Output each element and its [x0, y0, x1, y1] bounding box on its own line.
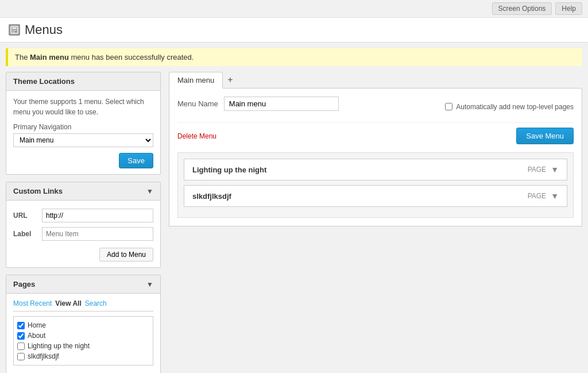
pages-tabs: Most Recent View All Search [13, 299, 153, 312]
add-menu-tab-button[interactable]: + [223, 72, 237, 87]
page-item-slkdf[interactable]: slkdfjlksdjf [17, 351, 149, 362]
custom-links-add-button[interactable]: Add to Menu [99, 248, 153, 262]
menu-item-type-1: PAGE [528, 166, 546, 174]
auto-add-row: Automatically add new top-level pages [445, 103, 574, 111]
custom-links-header: Custom Links ▼ [6, 182, 160, 201]
theme-locations-save-button[interactable]: Save [119, 153, 153, 168]
tab-most-recent[interactable]: Most Recent [13, 299, 52, 307]
top-bar: Screen Options Help [0, 0, 588, 18]
menu-item-expand-1[interactable]: ▼ [551, 165, 559, 174]
menu-item: Lighting up the night PAGE ▼ [184, 159, 567, 180]
custom-links-title: Custom Links [13, 187, 63, 195]
theme-locations-title: Theme Locations [13, 77, 75, 86]
menu-item-type-2: PAGE [528, 192, 546, 200]
pages-body: Most Recent View All Search Home About [6, 294, 160, 373]
menu-tabs-bar: Main menu + [169, 72, 582, 88]
page-title: Menus [25, 22, 63, 37]
page-icon [9, 24, 20, 36]
page-checkbox-lighting[interactable] [17, 343, 25, 350]
menu-item-right-2: PAGE ▼ [528, 191, 559, 201]
primary-nav-select[interactable]: Main menu [13, 133, 153, 147]
page-header: Menus [0, 18, 588, 43]
page-item-home[interactable]: Home [17, 320, 149, 330]
menu-name-input[interactable] [224, 97, 339, 111]
auto-add-checkbox[interactable] [445, 103, 452, 110]
tab-main-menu[interactable]: Main menu [169, 72, 223, 89]
pages-title: Pages [13, 280, 35, 289]
notice-text-after: menu has been successfully created. [69, 53, 194, 61]
menu-item: slkdfjlksdjf PAGE ▼ [184, 185, 567, 207]
page-item-about[interactable]: About [17, 330, 149, 341]
svg-rect-2 [12, 30, 17, 30]
pages-panel: Pages ▼ Most Recent View All Search Home [6, 275, 161, 373]
label-row: Label [13, 225, 153, 243]
screen-options-button[interactable]: Screen Options [492, 2, 552, 15]
menu-item-title-2: slkdfjlksdjf [192, 192, 231, 201]
svg-rect-1 [12, 28, 17, 29]
custom-links-panel: Custom Links ▼ URL Label Add to Menu [6, 182, 161, 268]
tab-view-all[interactable]: View All [55, 299, 81, 307]
menu-name-row: Menu Name [177, 97, 339, 111]
auto-add-label: Automatically add new top-level pages [456, 103, 574, 111]
page-item-lighting[interactable]: Lighting up the night [17, 341, 149, 351]
page-checkbox-slkdf[interactable] [17, 353, 25, 360]
page-label-slkdf: slkdfjlksdjf [28, 352, 59, 360]
notice-bold: Main menu [30, 53, 69, 61]
main-layout: Theme Locations Your theme supports 1 me… [0, 66, 588, 373]
label-label: Label [13, 230, 31, 238]
pages-header: Pages ▼ [6, 275, 160, 294]
menu-item-title-1: Lighting up the night [192, 166, 266, 174]
menu-item-right-1: PAGE ▼ [528, 165, 559, 174]
delete-menu-link[interactable]: Delete Menu [177, 132, 216, 140]
theme-description: Your theme supports 1 menu. Select which… [13, 97, 153, 117]
menu-editor: Menu Name Automatically add new top-leve… [169, 88, 582, 226]
theme-locations-panel: Theme Locations Your theme supports 1 me… [6, 72, 161, 175]
label-input[interactable] [42, 227, 153, 241]
page-checkbox-home[interactable] [17, 322, 25, 329]
help-button[interactable]: Help [555, 2, 582, 15]
page-label-about: About [28, 332, 45, 340]
pages-list: Home About Lighting up the night slkdfjl… [13, 316, 153, 366]
primary-nav-row: Primary Navigation Main menu [13, 123, 153, 147]
page-checkbox-about[interactable] [17, 332, 25, 340]
notice-text-before: The [15, 53, 30, 61]
primary-nav-label: Primary Navigation [13, 123, 153, 131]
page-label-home: Home [28, 321, 46, 329]
custom-links-toggle-icon[interactable]: ▼ [146, 187, 153, 195]
theme-locations-header: Theme Locations [6, 72, 160, 91]
tab-search[interactable]: Search [85, 299, 107, 307]
menu-name-label: Menu Name [177, 99, 218, 108]
custom-links-form: URL Label [13, 206, 153, 243]
save-menu-button[interactable]: Save Menu [516, 128, 574, 144]
theme-locations-body: Your theme supports 1 menu. Select which… [6, 91, 160, 174]
left-column: Theme Locations Your theme supports 1 me… [6, 72, 161, 373]
right-column: Main menu + Menu Name Automatically add … [169, 72, 582, 226]
success-notice: The Main menu menu has been successfully… [6, 48, 582, 66]
url-input[interactable] [42, 209, 153, 222]
pages-toggle-icon[interactable]: ▼ [146, 280, 153, 289]
url-label: URL [13, 212, 28, 220]
url-row: URL [13, 206, 153, 225]
page-label-lighting: Lighting up the night [28, 342, 90, 350]
menu-item-expand-2[interactable]: ▼ [551, 191, 559, 201]
menu-items-area: Lighting up the night PAGE ▼ slkdfjlksdj… [177, 152, 574, 218]
primary-nav-select-wrapper: Main menu [13, 133, 153, 147]
menu-actions-row: Delete Menu Save Menu [177, 122, 574, 144]
svg-rect-3 [12, 32, 15, 32]
custom-links-body: URL Label Add to Menu [6, 201, 160, 267]
pages-footer: Select All Add to Menu [13, 370, 153, 373]
